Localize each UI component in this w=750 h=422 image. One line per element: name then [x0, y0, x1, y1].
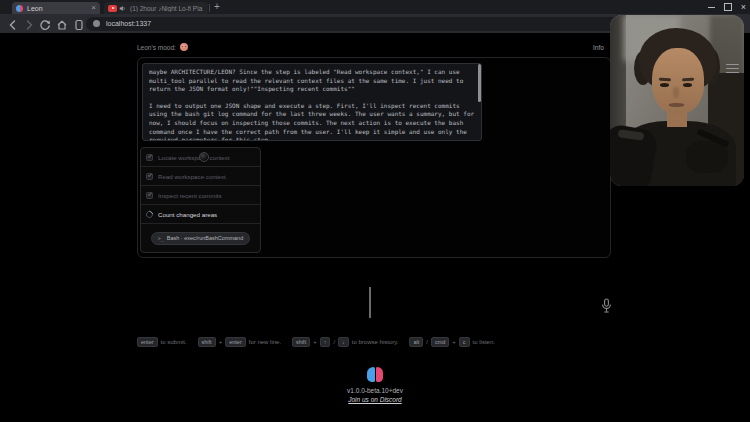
checklist-label: Inspect recent commits	[158, 192, 222, 199]
checklist-item: Read workspace context	[141, 167, 260, 186]
kbd-arrow-down: ↓	[338, 337, 349, 347]
youtube-icon	[108, 5, 117, 12]
hint-text: for new line.	[249, 339, 281, 345]
forward-icon[interactable]	[23, 19, 35, 31]
chat-input[interactable]	[137, 278, 611, 322]
new-tab-button[interactable]: +	[214, 1, 220, 12]
keyboard-hints: enter to submit. shift + enter for new l…	[137, 337, 495, 347]
info-link[interactable]: Info	[593, 44, 604, 51]
url-text: localhost:1337	[106, 20, 151, 27]
thought-paragraph: I need to output one JSON shape and exec…	[149, 102, 475, 141]
checklist-label: Locate workspace context	[158, 154, 230, 161]
webcam-overlay[interactable]	[610, 15, 744, 186]
window-controls: ×	[708, 0, 746, 14]
tab-close-icon[interactable]: ×	[91, 2, 96, 14]
hint-text: /	[426, 339, 428, 345]
reload-icon[interactable]	[39, 19, 51, 31]
assistant-thought-bubble: maybe ARCHITECTURE/LEON? Since the step …	[142, 63, 482, 141]
kbd-cmd: cmd	[431, 337, 449, 347]
kbd-c: c	[459, 337, 470, 347]
person-nose	[673, 87, 679, 98]
tab-leon[interactable]: Leon ×	[12, 2, 100, 14]
checkbox-checked-icon	[146, 173, 153, 180]
kbd-enter: enter	[137, 337, 158, 347]
tab-divider	[209, 4, 210, 12]
thought-paragraph: maybe ARCHITECTURE/LEON? Since the step …	[149, 68, 475, 94]
headphones	[686, 141, 728, 173]
microphone-icon[interactable]	[600, 298, 613, 314]
bookmark-panel-icon[interactable]	[73, 19, 85, 31]
close-icon[interactable]: ×	[741, 0, 746, 14]
tab-youtube[interactable]: (1) 2hour ♪Night Lo-fi Pla	[104, 2, 208, 14]
checklist-item-active: Count changed areas	[141, 205, 260, 224]
home-icon[interactable]	[56, 19, 68, 31]
text-caret	[369, 287, 371, 318]
leon-logo	[367, 367, 383, 382]
speaker-icon	[119, 5, 126, 12]
address-bar[interactable]: localhost:1337	[86, 17, 646, 31]
hint-text: to submit.	[161, 339, 187, 345]
bubble-scrollbar[interactable]	[478, 64, 481, 102]
minimize-icon[interactable]	[708, 7, 715, 8]
bash-action-badge[interactable]: >_ Bash · exec/runBashCommand	[151, 232, 250, 245]
hint-text: +	[452, 339, 456, 345]
hint-text: to browse history.	[352, 339, 399, 345]
kbd-arrow-up: ↑	[320, 337, 331, 347]
maximize-icon[interactable]	[724, 3, 732, 11]
leon-favicon	[16, 5, 23, 12]
discord-link[interactable]: Join us on Discord	[0, 396, 750, 403]
kbd-shift: shift	[292, 337, 310, 347]
checklist-label: Count changed areas	[158, 211, 217, 218]
checkbox-checked-icon	[146, 192, 153, 199]
hint-text: to listen.	[473, 339, 495, 345]
checklist-item: Inspect recent commits	[141, 186, 260, 205]
tab-title: Leon	[27, 5, 88, 12]
tab-title: (1) 2hour ♪Night Lo-fi Pla	[130, 5, 204, 12]
task-checklist: Locate workspace context Read workspace …	[140, 147, 261, 253]
hint-text: +	[219, 339, 223, 345]
menu-icon[interactable]	[726, 64, 739, 73]
person-eye	[660, 83, 669, 87]
bash-action-label: Bash · exec/runBashCommand	[167, 235, 243, 241]
kbd-shift: shift	[198, 337, 216, 347]
browser-window: Leon × (1) 2hour ♪Night Lo-fi Pla + ×	[0, 0, 750, 422]
checkbox-checked-icon	[146, 154, 153, 161]
kbd-alt: alt	[409, 337, 423, 347]
checklist-label: Read workspace context	[158, 173, 226, 180]
person-eye	[683, 83, 692, 87]
kbd-enter: enter	[225, 337, 246, 347]
hint-text: +	[313, 339, 317, 345]
site-info-icon[interactable]	[93, 20, 100, 27]
tab-bar: Leon × (1) 2hour ♪Night Lo-fi Pla + ×	[0, 0, 750, 14]
mood-emoji	[180, 43, 188, 51]
mood-row: Leon's mood:	[137, 43, 188, 51]
back-icon[interactable]	[7, 19, 19, 31]
version-label: v1.0.0-beta.10+dev	[0, 387, 750, 394]
mood-label: Leon's mood:	[137, 44, 176, 51]
hint-text: /	[333, 339, 335, 345]
terminal-prompt-icon: >_	[158, 235, 164, 241]
spinner-icon	[145, 209, 155, 219]
person-mouth	[669, 103, 684, 107]
action-badge-area: >_ Bash · exec/runBashCommand	[141, 224, 260, 252]
mouse-cursor	[199, 152, 209, 162]
